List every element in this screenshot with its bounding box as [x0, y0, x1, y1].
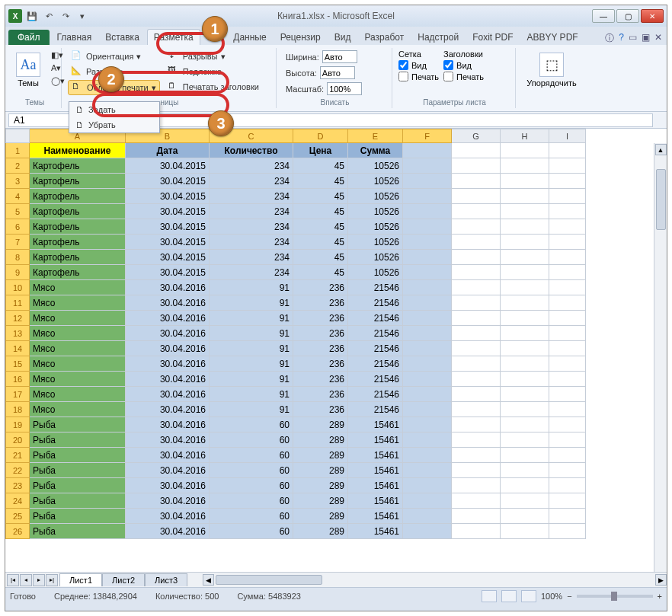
cell[interactable] [549, 204, 586, 219]
cell[interactable]: 91 [210, 356, 293, 372]
doc-close-icon[interactable]: ✕ [654, 32, 662, 45]
cell[interactable]: Мясо [30, 356, 126, 372]
cell[interactable]: 236 [293, 372, 348, 387]
row-header[interactable]: 12 [5, 311, 30, 326]
cell[interactable] [403, 448, 452, 463]
cell[interactable]: 234 [210, 204, 293, 219]
cell[interactable] [452, 174, 501, 189]
cell[interactable] [501, 250, 549, 265]
cell[interactable]: Картофель [30, 250, 126, 265]
cell[interactable] [452, 509, 501, 524]
cell[interactable]: 289 [293, 493, 348, 509]
row-header[interactable]: 24 [5, 493, 30, 509]
row-header[interactable]: 26 [5, 524, 30, 539]
cell[interactable]: Картофель [30, 204, 126, 219]
cell[interactable] [501, 280, 549, 295]
cell[interactable] [452, 235, 501, 250]
row-header[interactable]: 1 [5, 143, 30, 158]
cell[interactable]: 30.04.2016 [126, 478, 210, 493]
cell[interactable] [549, 341, 586, 356]
cell[interactable]: 21546 [348, 402, 403, 417]
question-icon[interactable]: ? [619, 32, 624, 45]
view-layout-button[interactable] [501, 590, 517, 602]
orientation-button[interactable]: 📄Ориентация ▾ [68, 49, 160, 63]
cell[interactable]: 10526 [348, 158, 403, 174]
cell[interactable] [403, 463, 452, 478]
cell[interactable]: 45 [293, 250, 348, 265]
cell[interactable]: 30.04.2016 [126, 311, 210, 326]
horizontal-scrollbar[interactable]: ◀ ▶ [203, 574, 667, 586]
fit-scale-input[interactable] [327, 82, 362, 95]
cell[interactable] [549, 280, 586, 295]
cell[interactable] [403, 235, 452, 250]
cell[interactable] [501, 463, 549, 478]
cell[interactable]: 21546 [348, 295, 403, 311]
cell[interactable] [549, 356, 586, 372]
header-cell[interactable]: Дата [126, 143, 210, 158]
tab-page-layout[interactable]: Разметка [147, 29, 200, 45]
set-print-area-item[interactable]: 🗋Задать [69, 102, 159, 117]
cell[interactable]: 30.04.2016 [126, 326, 210, 341]
cell[interactable] [403, 174, 452, 189]
cell[interactable]: 91 [210, 295, 293, 311]
cell[interactable]: 30.04.2016 [126, 432, 210, 448]
save-icon[interactable]: 💾 [25, 9, 39, 23]
cell[interactable]: 10526 [348, 219, 403, 235]
cell[interactable]: 10526 [348, 235, 403, 250]
cell[interactable] [501, 493, 549, 509]
column-header[interactable]: G [452, 129, 501, 143]
ribbon-minimize-icon[interactable]: ▭ [629, 32, 637, 45]
cell[interactable] [403, 509, 452, 524]
tab-foxit[interactable]: Foxit PDF [466, 30, 519, 45]
cell[interactable]: 289 [293, 524, 348, 539]
redo-icon[interactable]: ↷ [59, 9, 72, 23]
cell[interactable]: 30.04.2016 [126, 341, 210, 356]
cell[interactable] [549, 250, 586, 265]
view-break-button[interactable] [521, 590, 536, 602]
tab-addins[interactable]: Надстрой [411, 30, 465, 45]
cell[interactable] [549, 189, 586, 204]
cell[interactable]: 30.04.2016 [126, 372, 210, 387]
fit-height-input[interactable] [320, 66, 355, 79]
cell[interactable]: 10526 [348, 189, 403, 204]
select-all-corner[interactable] [5, 129, 30, 143]
cell[interactable]: Рыба [30, 463, 126, 478]
view-normal-button[interactable] [482, 590, 497, 602]
row-header[interactable]: 10 [5, 280, 30, 295]
sheet-nav-last[interactable]: ▸| [46, 574, 58, 586]
cell[interactable] [501, 478, 549, 493]
cell[interactable] [501, 341, 549, 356]
cell[interactable]: 21546 [348, 372, 403, 387]
cell[interactable]: 91 [210, 326, 293, 341]
cell[interactable]: 45 [293, 219, 348, 235]
cell[interactable]: 289 [293, 417, 348, 432]
cell[interactable]: Картофель [30, 235, 126, 250]
cell[interactable]: 30.04.2015 [126, 158, 210, 174]
cell[interactable] [501, 448, 549, 463]
cell[interactable]: Рыба [30, 432, 126, 448]
cell[interactable]: 236 [293, 402, 348, 417]
cell[interactable] [452, 219, 501, 235]
themes-button[interactable]: Aa Темы [13, 49, 43, 98]
cell[interactable] [501, 509, 549, 524]
tab-insert[interactable]: Вставка [99, 30, 146, 45]
close-button[interactable]: ✕ [641, 9, 664, 23]
cell[interactable] [403, 204, 452, 219]
cell[interactable]: 30.04.2015 [126, 204, 210, 219]
cell[interactable]: 30.04.2016 [126, 493, 210, 509]
scroll-right-icon[interactable]: ▶ [655, 574, 667, 586]
cell[interactable]: 30.04.2016 [126, 448, 210, 463]
row-header[interactable]: 6 [5, 219, 30, 235]
cell[interactable] [403, 265, 452, 280]
cell[interactable] [501, 311, 549, 326]
tab-review[interactable]: Рецензир [274, 30, 327, 45]
row-header[interactable]: 18 [5, 402, 30, 417]
cell[interactable]: 30.04.2016 [126, 356, 210, 372]
cell[interactable]: 236 [293, 311, 348, 326]
cell[interactable] [549, 509, 586, 524]
cell[interactable]: 45 [293, 189, 348, 204]
cell[interactable]: 15461 [348, 463, 403, 478]
cell[interactable] [501, 235, 549, 250]
cell[interactable]: 30.04.2016 [126, 463, 210, 478]
cell[interactable]: 45 [293, 204, 348, 219]
